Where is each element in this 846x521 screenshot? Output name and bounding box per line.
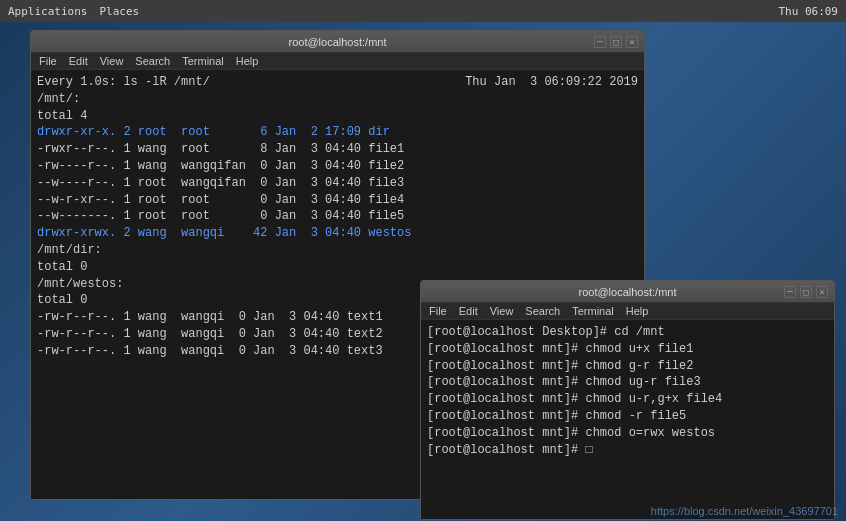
- menu-terminal-2[interactable]: Terminal: [572, 305, 614, 317]
- terminal-2-line: [root@localhost mnt]# chmod u-r,g+x file…: [427, 391, 828, 408]
- terminal-2-line: [root@localhost mnt]# chmod g-r file2: [427, 358, 828, 375]
- terminal-2-line: [root@localhost mnt]# chmod ug-r file3: [427, 374, 828, 391]
- menu-help-1[interactable]: Help: [236, 55, 259, 67]
- close-button-2[interactable]: ×: [816, 286, 828, 298]
- terminal-1-line: -rwxr--r--. 1 wang root 8 Jan 3 04:40 fi…: [37, 141, 638, 158]
- terminal-2-content: [root@localhost Desktop]# cd /mnt[root@l…: [421, 320, 834, 519]
- menu-terminal-1[interactable]: Terminal: [182, 55, 224, 67]
- terminal-2-line: [root@localhost mnt]# chmod -r file5: [427, 408, 828, 425]
- terminal-1-line: total 0: [37, 259, 638, 276]
- desktop: root@localhost:/mnt ─ □ × File Edit View…: [0, 22, 846, 521]
- terminal-1-line: --w-------. 1 root root 0 Jan 3 04:40 fi…: [37, 208, 638, 225]
- terminal-1-line: /mnt/:: [37, 91, 638, 108]
- terminal-1-line: -rw----r--. 1 wang wangqifan 0 Jan 3 04:…: [37, 158, 638, 175]
- maximize-button-1[interactable]: □: [610, 36, 622, 48]
- terminal-1-controls: ─ □ ×: [594, 36, 638, 48]
- terminal-2-line: [root@localhost Desktop]# cd /mnt: [427, 324, 828, 341]
- terminal-1-title: root@localhost:/mnt: [289, 36, 387, 48]
- menu-search-2[interactable]: Search: [525, 305, 560, 317]
- taskbar-left: Applications Places: [8, 5, 139, 18]
- minimize-button-2[interactable]: ─: [784, 286, 796, 298]
- menu-view-2[interactable]: View: [490, 305, 514, 317]
- terminal-2-line: [root@localhost mnt]# chmod u+x file1: [427, 341, 828, 358]
- terminal-2-title: root@localhost:/mnt: [579, 286, 677, 298]
- terminal-2-line: [root@localhost mnt]# chmod o=rwx westos: [427, 425, 828, 442]
- terminal-1-line: /mnt/dir:: [37, 242, 638, 259]
- places-menu[interactable]: Places: [99, 5, 139, 18]
- terminal-1-line: --w----r--. 1 root wangqifan 0 Jan 3 04:…: [37, 175, 638, 192]
- menu-help-2[interactable]: Help: [626, 305, 649, 317]
- terminal-window-2: root@localhost:/mnt ─ □ × File Edit View…: [420, 280, 835, 520]
- terminal-1-line: --w-r-xr--. 1 root root 0 Jan 3 04:40 fi…: [37, 192, 638, 209]
- applications-menu[interactable]: Applications: [8, 5, 87, 18]
- terminal-2-menubar: File Edit View Search Terminal Help: [421, 303, 834, 320]
- close-button-1[interactable]: ×: [626, 36, 638, 48]
- terminal-2-controls: ─ □ ×: [784, 286, 828, 298]
- menu-file-2[interactable]: File: [429, 305, 447, 317]
- taskbar: Applications Places Thu 06:09: [0, 0, 846, 22]
- menu-edit-2[interactable]: Edit: [459, 305, 478, 317]
- menu-file-1[interactable]: File: [39, 55, 57, 67]
- terminal-1-line: Every 1.0s: ls -lR /mnt/Thu Jan 3 06:09:…: [37, 74, 638, 91]
- taskbar-datetime: Thu 06:09: [778, 5, 838, 18]
- menu-view-1[interactable]: View: [100, 55, 124, 67]
- menu-edit-1[interactable]: Edit: [69, 55, 88, 67]
- terminal-1-menubar: File Edit View Search Terminal Help: [31, 53, 644, 70]
- maximize-button-2[interactable]: □: [800, 286, 812, 298]
- minimize-button-1[interactable]: ─: [594, 36, 606, 48]
- menu-search-1[interactable]: Search: [135, 55, 170, 67]
- terminal-1-line: drwxr-xr-x. 2 root root 6 Jan 2 17:09 di…: [37, 124, 638, 141]
- terminal-2-line: [root@localhost mnt]# □: [427, 442, 828, 459]
- title-bar-1: root@localhost:/mnt ─ □ ×: [31, 31, 644, 53]
- terminal-1-line: total 4: [37, 108, 638, 125]
- title-bar-2: root@localhost:/mnt ─ □ ×: [421, 281, 834, 303]
- watermark: https://blog.csdn.net/weixin_43697701: [651, 505, 838, 517]
- terminal-1-line: drwxr-xrwx. 2 wang wangqi 42 Jan 3 04:40…: [37, 225, 638, 242]
